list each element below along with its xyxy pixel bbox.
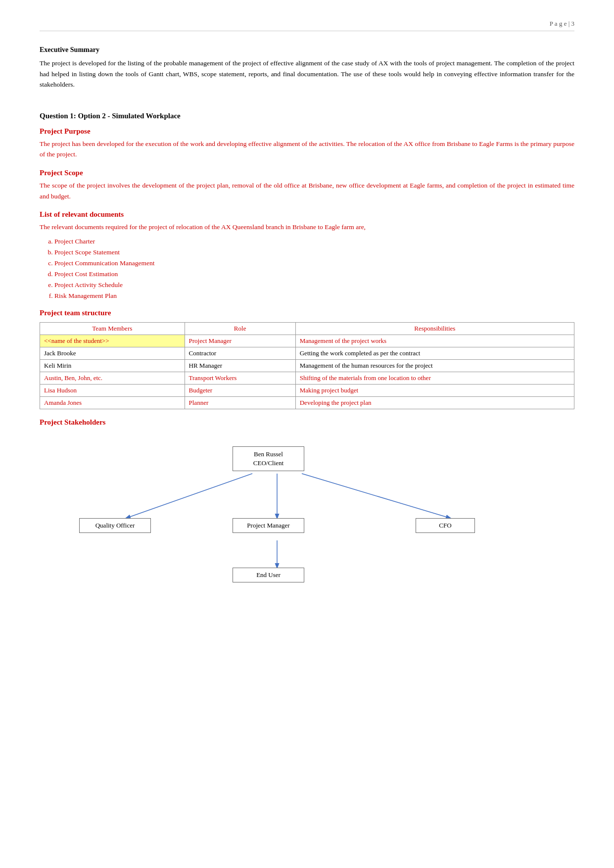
stakeholders-section: Project Stakeholders Ben RusselC <box>40 418 574 595</box>
question1-section: Question 1: Option 2 - Simulated Workpla… <box>40 112 574 595</box>
svg-line-0 <box>126 474 252 518</box>
cell-member: Austin, Ben, John, etc. <box>40 372 185 384</box>
page-header: P a g e | 3 <box>40 20 574 31</box>
relevant-docs-title: List of relevant documents <box>40 210 574 219</box>
quality-officer-box: Quality Officer <box>79 518 151 533</box>
col-members: Team Members <box>40 322 185 335</box>
cell-role: Transport Workers <box>185 372 295 384</box>
cell-responsibility: Shifting of the materials from one locat… <box>295 372 574 384</box>
list-item-f: Risk Management Plan <box>54 292 574 300</box>
project-purpose-body: The project has been developed for the e… <box>40 139 574 160</box>
end-user-label: End User <box>256 571 281 579</box>
cell-member: Lisa Hudson <box>40 384 185 396</box>
table-row: Lisa HudsonBudgeterMaking project budget <box>40 384 574 396</box>
list-item-e: Project Activity Schedule <box>54 281 574 289</box>
cell-member: Keli Mirin <box>40 359 185 372</box>
cell-responsibility: Developing the project plan <box>295 396 574 409</box>
cell-responsibility: Management of the project works <box>295 335 574 347</box>
project-purpose-title: Project Purpose <box>40 127 574 136</box>
project-manager-box: Project Manager <box>233 518 304 533</box>
cell-responsibility: Making project budget <box>295 384 574 396</box>
relevant-docs-intro: The relevant documents required for the … <box>40 222 574 233</box>
list-item-d: Project Cost Estimation <box>54 270 574 278</box>
project-manager-label: Project Manager <box>247 522 289 529</box>
stakeholder-chart: Ben RusselCEO/Client Quality Officer Pro… <box>40 436 574 595</box>
connector-lines <box>40 436 574 595</box>
table-row: Jack BrookeContractorGetting the work co… <box>40 347 574 359</box>
executive-summary-title: Executive Summary <box>40 46 574 54</box>
stakeholders-title: Project Stakeholders <box>40 418 574 427</box>
list-item-b: Project Scope Statement <box>54 248 574 256</box>
cell-role: Planner <box>185 396 295 409</box>
col-responsibilities: Responsibilities <box>295 322 574 335</box>
project-scope-body: The scope of the project involves the de… <box>40 180 574 201</box>
cell-role: Project Manager <box>185 335 295 347</box>
table-row: <<name of the student>>Project ManagerMa… <box>40 335 574 347</box>
table-row: Keli MirinHR ManagerManagement of the hu… <box>40 359 574 372</box>
svg-line-2 <box>302 474 450 518</box>
cell-role: Contractor <box>185 347 295 359</box>
relevant-docs-section: List of relevant documents The relevant … <box>40 210 574 300</box>
cell-responsibility: Getting the work completed as per the co… <box>295 347 574 359</box>
project-scope-title: Project Scope <box>40 169 574 177</box>
cell-member: <<name of the student>> <box>40 335 185 347</box>
end-user-box: End User <box>233 568 304 582</box>
project-purpose-section: Project Purpose The project has been dev… <box>40 127 574 160</box>
table-header-row: Team Members Role Responsibilities <box>40 322 574 335</box>
cell-role: HR Manager <box>185 359 295 372</box>
list-item-a: Project Charter <box>54 238 574 245</box>
cell-member: Jack Brooke <box>40 347 185 359</box>
cfo-box: CFO <box>416 518 475 533</box>
team-structure-section: Project team structure Team Members Role… <box>40 309 574 409</box>
project-scope-section: Project Scope The scope of the project i… <box>40 169 574 201</box>
relevant-docs-list: Project Charter Project Scope Statement … <box>54 238 574 300</box>
team-table: Team Members Role Responsibilities <<nam… <box>40 322 574 409</box>
ceo-label: Ben RusselCEO/Client <box>253 450 283 467</box>
cell-member: Amanda Jones <box>40 396 185 409</box>
executive-summary-section: Executive Summary The project is develop… <box>40 46 574 90</box>
col-role: Role <box>185 322 295 335</box>
executive-summary-body: The project is developed for the listing… <box>40 58 574 90</box>
list-item-c: Project Communication Management <box>54 259 574 267</box>
cell-role: Budgeter <box>185 384 295 396</box>
cell-responsibility: Management of the human resources for th… <box>295 359 574 372</box>
question1-title: Question 1: Option 2 - Simulated Workpla… <box>40 112 574 120</box>
quality-officer-label: Quality Officer <box>95 522 135 529</box>
cfo-label: CFO <box>439 522 451 529</box>
table-row: Austin, Ben, John, etc.Transport Workers… <box>40 372 574 384</box>
table-row: Amanda JonesPlannerDeveloping the projec… <box>40 396 574 409</box>
ceo-box: Ben RusselCEO/Client <box>233 446 304 471</box>
team-structure-title: Project team structure <box>40 309 574 317</box>
